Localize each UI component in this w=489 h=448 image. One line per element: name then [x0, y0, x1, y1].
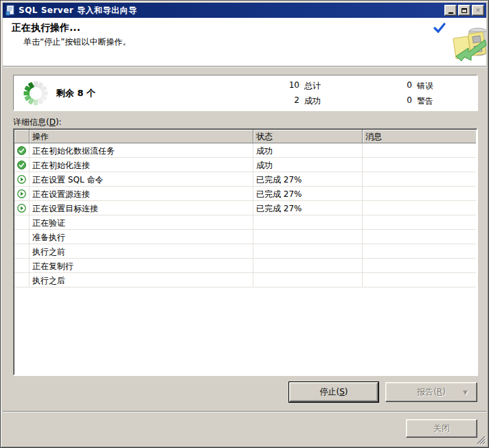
row-status: 已完成 27% — [253, 201, 363, 215]
details-table[interactable]: 操作 状态 消息 正在初始化数据流任务成功正在初始化连接成功正在设置 SQL 命… — [13, 128, 477, 375]
minimize-button[interactable] — [444, 5, 457, 16]
wizard-art-icon — [451, 25, 486, 67]
remaining-count: 剩余 8 个 — [56, 87, 95, 99]
row-action: 正在设置源连接 — [30, 187, 253, 201]
stat-success-label: 成功 — [304, 95, 321, 107]
table-row[interactable]: 正在初始化数据流任务成功 — [14, 143, 476, 158]
stat-warning-value: 0 — [393, 95, 412, 107]
row-icon-empty — [14, 259, 30, 273]
column-header-icon[interactable] — [14, 130, 30, 143]
row-status — [253, 215, 363, 230]
stat-total: 10 总计 — [280, 80, 321, 92]
row-icon-empty — [14, 273, 30, 287]
success-icon — [17, 161, 26, 169]
page-title: 正在执行操作... — [12, 22, 80, 34]
table-row[interactable]: 执行之后 — [14, 273, 476, 287]
app-icon — [5, 5, 16, 16]
close-icon: ✕ — [475, 8, 481, 14]
row-status: 已完成 27% — [253, 172, 363, 187]
table-row[interactable]: 正在设置目标连接已完成 27% — [14, 201, 476, 215]
row-action: 执行之前 — [30, 244, 253, 259]
row-message — [363, 244, 476, 259]
stat-error: 0 错误 — [393, 80, 433, 92]
titlebar[interactable]: SQL Server 导入和导出向导 ✕ — [3, 3, 486, 18]
row-success-icon — [14, 143, 30, 158]
row-message — [363, 273, 476, 287]
stat-error-label: 错误 — [417, 80, 433, 92]
row-icon-empty — [14, 215, 30, 230]
success-icon — [17, 146, 26, 155]
row-icon-empty — [14, 230, 30, 244]
stat-warning-label: 警告 — [417, 95, 433, 107]
table-row[interactable]: 正在复制行 — [14, 259, 476, 273]
row-action: 执行之后 — [30, 273, 253, 287]
row-message — [363, 215, 476, 230]
table-row[interactable]: 准备执行 — [14, 230, 476, 244]
row-message — [363, 187, 476, 201]
footer-divider — [3, 411, 486, 412]
stats-column-right: 0 错误 0 警告 — [393, 80, 433, 107]
stat-total-value: 10 — [280, 80, 299, 92]
table-row[interactable]: 正在初始化连接成功 — [14, 158, 476, 172]
progress-summary: 剩余 8 个 10 总计 2 成功 0 错误 0 警告 — [13, 75, 477, 110]
row-icon-empty — [14, 244, 30, 259]
column-header-status[interactable]: 状态 — [253, 130, 363, 143]
row-status — [253, 259, 363, 273]
row-in-progress-icon — [14, 201, 30, 215]
resize-grip[interactable] — [477, 436, 486, 445]
close-window-button[interactable]: ✕ — [472, 5, 484, 16]
stat-total-label: 总计 — [304, 80, 321, 92]
row-action: 正在设置 SQL 命令 — [30, 172, 253, 187]
row-action: 正在复制行 — [30, 259, 253, 273]
stop-button[interactable]: 停止(S) — [289, 382, 378, 402]
row-status — [253, 273, 363, 287]
in-progress-icon — [17, 175, 26, 184]
maximize-icon — [462, 8, 467, 13]
row-status: 已完成 27% — [253, 187, 363, 201]
table-header-row: 操作 状态 消息 — [14, 130, 476, 143]
report-button[interactable]: 报告(R) ▼ — [385, 382, 477, 402]
in-progress-icon — [17, 189, 26, 198]
row-in-progress-icon — [14, 172, 30, 187]
row-message — [363, 143, 476, 158]
row-message — [363, 259, 476, 273]
row-action: 正在初始化数据流任务 — [30, 143, 253, 158]
table-row[interactable]: 正在设置源连接已完成 27% — [14, 187, 476, 201]
row-action: 正在初始化连接 — [30, 158, 253, 172]
row-message — [363, 158, 476, 172]
table-row[interactable]: 正在设置 SQL 命令已完成 27% — [14, 172, 476, 187]
row-message — [363, 230, 476, 244]
row-action: 正在验证 — [30, 215, 253, 230]
stat-success: 2 成功 — [280, 95, 321, 107]
stat-warning: 0 警告 — [393, 95, 433, 107]
close-button[interactable]: 关闭 — [406, 419, 477, 438]
details-table-body: 正在初始化数据流任务成功正在初始化连接成功正在设置 SQL 命令已完成 27%正… — [14, 143, 476, 374]
in-progress-icon — [17, 204, 26, 213]
progress-spinner-icon — [22, 80, 49, 107]
blue-check-icon — [433, 21, 446, 35]
table-row[interactable]: 正在验证 — [14, 215, 476, 230]
row-status — [253, 244, 363, 259]
row-success-icon — [14, 158, 30, 172]
stat-error-value: 0 — [393, 80, 412, 92]
row-status: 成功 — [253, 143, 363, 158]
maximize-button[interactable] — [458, 5, 470, 16]
wizard-window: SQL Server 导入和导出向导 ✕ 正在执行操作... 单击“停止”按钮以… — [0, 0, 489, 448]
row-message — [363, 201, 476, 215]
row-action: 准备执行 — [30, 230, 253, 244]
report-dropdown-icon[interactable]: ▼ — [463, 389, 468, 396]
row-status — [253, 230, 363, 244]
table-row[interactable]: 执行之前 — [14, 244, 476, 259]
row-message — [363, 172, 476, 187]
wizard-header: 正在执行操作... 单击“停止”按钮以中断操作。 — [3, 18, 486, 67]
row-status: 成功 — [253, 158, 363, 172]
stat-success-value: 2 — [280, 95, 299, 107]
minimize-icon — [448, 12, 453, 14]
row-action: 正在设置目标连接 — [30, 201, 253, 215]
column-header-action[interactable]: 操作 — [30, 130, 253, 143]
page-subtitle: 单击“停止”按钮以中断操作。 — [23, 36, 130, 48]
row-in-progress-icon — [14, 187, 30, 201]
stats-column-left: 10 总计 2 成功 — [280, 80, 321, 107]
window-title: SQL Server 导入和导出向导 — [19, 5, 137, 16]
column-header-message[interactable]: 消息 — [363, 130, 476, 143]
